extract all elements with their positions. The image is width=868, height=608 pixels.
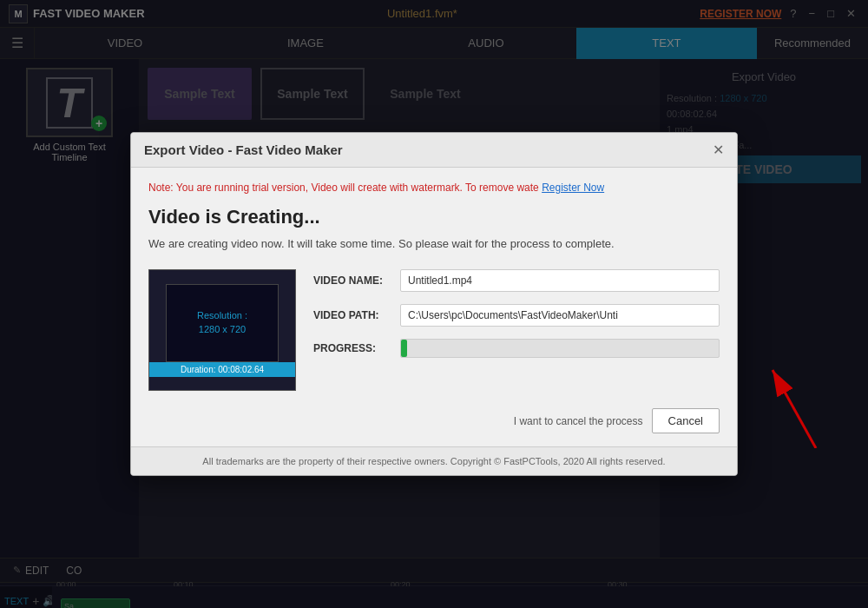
preview-inner: Resolution : 1280 x 720	[166, 284, 279, 362]
modal-fields: VIDEO NAME: Untitled1.mp4 VIDEO PATH: C:…	[313, 269, 720, 358]
creating-title: Video is Creating...	[148, 206, 720, 228]
svg-line-1	[773, 370, 816, 448]
video-path-row: VIDEO PATH: C:\Users\pc\Documents\FastVi…	[313, 304, 720, 327]
register-link[interactable]: Register Now	[542, 182, 604, 194]
preview-resolution: Resolution : 1280 x 720	[197, 309, 247, 336]
video-name-row: VIDEO NAME: Untitled1.mp4	[313, 269, 720, 292]
progress-bar-container	[400, 339, 720, 358]
modal-copyright: All trademarks are the property of their…	[131, 446, 737, 475]
modal-content-row: Resolution : 1280 x 720 Duration: 00:08:…	[148, 269, 720, 391]
video-path-value: C:\Users\pc\Documents\FastVideoMaker\Unt…	[400, 304, 720, 327]
preview-duration: Duration: 00:08:02.64	[149, 362, 295, 377]
modal-body: Note: You are running trial version, Vid…	[131, 168, 737, 446]
video-name-value: Untitled1.mp4	[400, 269, 720, 292]
modal-close-button[interactable]: ✕	[713, 142, 724, 158]
red-arrow	[755, 361, 825, 452]
modal-overlay: Export Video - Fast Video Maker ✕ Note: …	[0, 0, 868, 608]
video-path-label: VIDEO PATH:	[313, 309, 391, 321]
cancel-button[interactable]: Cancel	[652, 408, 720, 433]
modal-footer-actions: I want to cancel the process Cancel	[148, 408, 720, 433]
cancel-process-text: I want to cancel the process	[514, 415, 643, 427]
video-preview: Resolution : 1280 x 720 Duration: 00:08:…	[148, 269, 296, 391]
notice-text: Note: You are running trial version, Vid…	[148, 182, 539, 194]
modal-notice: Note: You are running trial version, Vid…	[148, 181, 720, 195]
modal-title: Export Video - Fast Video Maker	[144, 142, 343, 157]
progress-label: PROGRESS:	[313, 342, 391, 354]
video-name-label: VIDEO NAME:	[313, 274, 391, 287]
progress-bar-fill	[401, 340, 407, 357]
modal-header: Export Video - Fast Video Maker ✕	[131, 133, 737, 168]
export-modal: Export Video - Fast Video Maker ✕ Note: …	[130, 132, 738, 476]
creating-desc: We are creating video now. It will take …	[148, 235, 720, 253]
progress-row: PROGRESS:	[313, 339, 720, 358]
